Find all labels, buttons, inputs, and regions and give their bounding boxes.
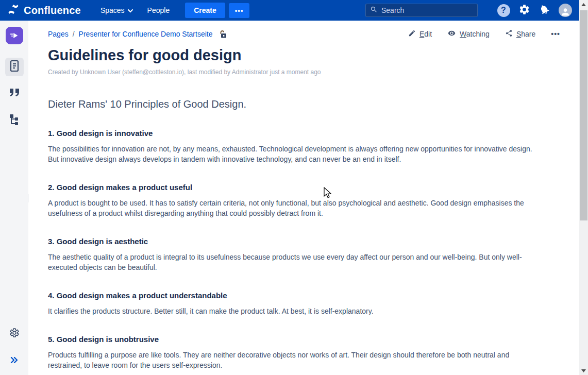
watching-button[interactable]: Watching [447, 29, 490, 39]
quote-icon [8, 88, 21, 100]
eye-icon [447, 29, 456, 39]
sidebar-item-pages[interactable] [5, 58, 24, 76]
section-heading: 2. Good design makes a product useful [48, 183, 545, 192]
gear-icon [518, 4, 530, 18]
edit-label: Edit [419, 30, 432, 38]
edit-button[interactable]: Edit [408, 29, 432, 39]
confluence-logo-icon [7, 3, 20, 18]
create-button[interactable]: Create [185, 3, 225, 18]
breadcrumb-separator: / [73, 30, 75, 38]
page-actions: Edit Watching Share ••• [408, 29, 560, 39]
intro-heading: Dieter Rams' 10 Principles of Good Desig… [48, 98, 545, 110]
pencil-icon [408, 29, 416, 39]
presenter-app-icon[interactable] [6, 27, 23, 44]
watching-label: Watching [460, 30, 490, 38]
sidebar-item-quotes[interactable] [5, 84, 24, 103]
people-menu[interactable]: People [141, 3, 176, 18]
page-byline: Created by Unknown User (steffen@cottles… [48, 69, 545, 76]
chevron-down-icon [128, 6, 133, 14]
section-paragraph: A product is bought to be used. It has t… [48, 198, 545, 218]
product-name: Confluence [24, 5, 81, 16]
gear-icon [9, 328, 20, 340]
confluence-logo[interactable]: Confluence [7, 3, 81, 18]
page-title: Guidelines for good design [48, 47, 545, 64]
app-header: Confluence Spaces People Create ••• ? [0, 0, 588, 21]
breadcrumb: Pages / Presenter for Confluence Demo St… [48, 30, 227, 39]
scrollbar-thumb[interactable] [580, 10, 587, 220]
tree-icon [9, 113, 20, 128]
share-button[interactable]: Share [505, 29, 535, 39]
breadcrumb-parent-link[interactable]: Presenter for Confluence Demo Startseite [79, 30, 213, 38]
breadcrumb-pages-link[interactable]: Pages [48, 30, 69, 38]
section-heading: 4. Good design makes a product understan… [48, 291, 545, 300]
sidebar-item-page-tree[interactable] [5, 111, 24, 130]
bell-icon [536, 2, 553, 19]
ellipsis-icon: ••• [551, 30, 560, 38]
page-content: Pages / Presenter for Confluence Demo St… [28, 21, 579, 375]
double-chevron-right-icon [10, 356, 19, 365]
spaces-menu[interactable]: Spaces [94, 3, 139, 18]
settings-button[interactable] [517, 3, 531, 18]
people-label: People [147, 6, 170, 14]
share-icon [505, 29, 513, 39]
vertical-scrollbar[interactable] [579, 0, 588, 375]
profile-button[interactable] [558, 3, 573, 18]
avatar [559, 4, 572, 17]
notifications-button[interactable] [537, 3, 552, 18]
section-paragraph: The possibilities for innovation are not… [48, 144, 545, 164]
search-box[interactable] [365, 4, 478, 17]
section-heading: 3. Good design is aesthetic [48, 237, 545, 246]
spaces-label: Spaces [100, 6, 125, 14]
app-sidebar [0, 21, 28, 375]
section-heading: 1. Good design is innovative [48, 129, 545, 138]
section-paragraph: It clarifies the products structure. Bet… [48, 306, 545, 316]
section-heading: 5. Good design is unobtrusive [48, 335, 545, 344]
section-paragraph: The aesthetic quality of a product is in… [48, 252, 545, 272]
share-label: Share [516, 30, 535, 38]
space-settings-button[interactable] [5, 325, 24, 343]
section-paragraph: Products fulfilling a purpose are like t… [48, 350, 545, 370]
unlocked-icon[interactable] [219, 30, 227, 39]
more-nav-button[interactable]: ••• [229, 3, 250, 18]
scroll-up-button[interactable] [579, 0, 588, 9]
page-icon [9, 60, 20, 74]
page-more-button[interactable]: ••• [551, 30, 560, 38]
question-icon: ? [497, 4, 510, 17]
expand-sidebar-button[interactable] [5, 351, 24, 370]
search-icon [370, 6, 378, 15]
scroll-down-button[interactable] [579, 366, 588, 375]
help-button[interactable]: ? [496, 3, 511, 18]
search-input[interactable] [381, 6, 464, 14]
